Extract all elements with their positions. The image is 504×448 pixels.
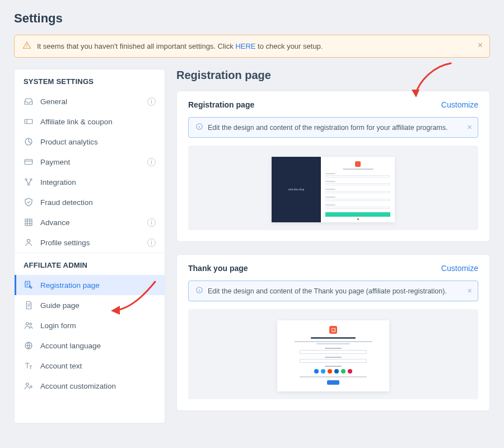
info-bar: Edit the design and content of the Thank…: [188, 281, 478, 301]
sidebar-item-label: General: [40, 97, 67, 106]
page-title: Settings: [14, 11, 490, 26]
sidebar-item-product-analytics[interactable]: Product analytics: [15, 132, 165, 152]
registration-preview-mock: care-line-shop: [272, 157, 395, 222]
sidebar-item-label: Product analytics: [40, 138, 98, 146]
preview-thankyou: ❑: [188, 309, 478, 399]
text-icon: [24, 361, 34, 371]
sidebar-item-guide-page[interactable]: Guide page: [15, 295, 165, 315]
main-content: Registration page Registration page Cust…: [176, 69, 490, 423]
card-title: Registration page: [188, 100, 254, 109]
alert-text: It seems that you haven't finished all i…: [37, 42, 323, 50]
svg-point-5: [25, 179, 27, 180]
sidebar-item-label: Payment: [40, 158, 70, 166]
form-edit-icon: [24, 280, 34, 290]
card-title: Thank you page: [188, 264, 248, 273]
shield-icon: [24, 197, 34, 207]
info-text: Edit the design and content of the regis…: [208, 124, 447, 132]
user-icon: [24, 237, 34, 248]
info-badge-icon[interactable]: i: [147, 239, 156, 247]
globe-icon: [24, 340, 34, 351]
info-bar: Edit the design and content of the regis…: [188, 117, 478, 138]
sidebar-item-advance[interactable]: Advance i: [15, 212, 165, 232]
thankyou-preview-mock: ❑: [277, 320, 389, 391]
ticket-icon: [24, 116, 34, 127]
sidebar-item-account-customization[interactable]: Account customization: [15, 376, 165, 396]
info-close-icon[interactable]: ×: [467, 122, 472, 132]
sidebar-section-system: SYSTEM SETTINGS: [15, 69, 165, 91]
sidebar-item-registration-page[interactable]: Registration page: [15, 275, 165, 295]
sidebar-item-account-language[interactable]: Account language: [15, 335, 165, 356]
svg-point-15: [30, 386, 32, 388]
svg-point-6: [30, 179, 32, 180]
user-gear-icon: [24, 381, 34, 391]
customize-link[interactable]: Customize: [441, 264, 478, 273]
svg-rect-2: [25, 119, 32, 124]
sidebar-item-label: Account text: [40, 362, 82, 370]
svg-rect-8: [25, 219, 32, 226]
alert-close-icon[interactable]: ×: [478, 40, 483, 50]
customize-link[interactable]: Customize: [441, 100, 478, 109]
info-icon: [195, 286, 203, 296]
main-heading: Registration page: [176, 69, 490, 82]
sidebar-item-label: Profile settings: [40, 239, 90, 247]
sidebar-item-label: Advance: [40, 218, 70, 227]
info-badge-icon[interactable]: i: [147, 97, 156, 106]
svg-point-12: [30, 323, 32, 325]
inbox-icon: [24, 96, 34, 106]
preview-registration: care-line-shop: [188, 146, 478, 230]
warning-icon: [22, 41, 31, 52]
sidebar-item-label: Account customization: [40, 382, 116, 390]
grid-icon: [24, 217, 34, 227]
sidebar-item-label: Fraud detection: [40, 198, 93, 207]
svg-point-11: [26, 323, 29, 325]
info-text: Edit the design and content of the Thank…: [208, 287, 447, 295]
sidebar: SYSTEM SETTINGS General i Affiliate link…: [14, 69, 165, 423]
layout: SYSTEM SETTINGS General i Affiliate link…: [14, 69, 490, 423]
sidebar-item-integration[interactable]: Integration: [15, 172, 165, 192]
credit-card-icon: [24, 157, 34, 167]
card-registration-page: Registration page Customize Edit the des…: [176, 91, 490, 242]
info-icon: [195, 123, 203, 132]
sidebar-section-admin: AFFILIATE ADMIN: [15, 253, 165, 275]
alert-here-link[interactable]: HERE: [235, 42, 255, 50]
users-icon: [24, 320, 34, 330]
sidebar-item-label: Registration page: [40, 281, 100, 290]
nodes-icon: [24, 177, 34, 187]
info-badge-icon[interactable]: i: [147, 218, 156, 227]
sidebar-item-label: Affiliate link & coupon: [40, 118, 113, 126]
sidebar-item-label: Integration: [40, 178, 76, 186]
sidebar-item-affiliate-link[interactable]: Affiliate link & coupon: [15, 111, 165, 132]
info-badge-icon[interactable]: i: [147, 158, 156, 166]
document-icon: [24, 300, 34, 310]
setup-alert: It seems that you haven't finished all i…: [14, 35, 490, 58]
svg-point-9: [27, 239, 30, 242]
card-thankyou-page: Thank you page Customize Edit the design…: [176, 254, 490, 411]
svg-point-14: [26, 383, 29, 386]
sidebar-item-login-form[interactable]: Login form: [15, 315, 165, 335]
sidebar-item-profile-settings[interactable]: Profile settings i: [15, 232, 165, 253]
sidebar-item-label: Account language: [40, 342, 101, 350]
svg-point-7: [28, 184, 30, 185]
sidebar-item-label: Guide page: [40, 301, 80, 310]
svg-rect-4: [25, 160, 32, 165]
svg-rect-0: [26, 44, 27, 46]
info-close-icon[interactable]: ×: [467, 286, 472, 295]
pie-chart-icon: [24, 137, 34, 147]
preview-side-label: care-line-shop: [272, 157, 321, 222]
sidebar-item-fraud-detection[interactable]: Fraud detection: [15, 192, 165, 212]
svg-rect-1: [26, 46, 27, 47]
sidebar-item-label: Login form: [40, 321, 76, 330]
sidebar-item-account-text[interactable]: Account text: [15, 356, 165, 376]
sidebar-item-general[interactable]: General i: [15, 91, 165, 111]
sidebar-item-payment[interactable]: Payment i: [15, 152, 165, 172]
